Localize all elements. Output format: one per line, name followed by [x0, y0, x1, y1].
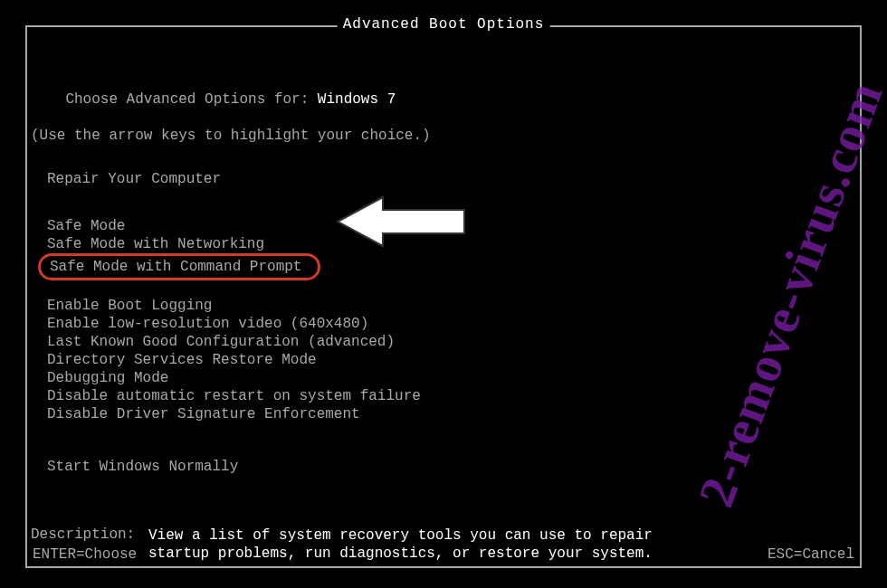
menu-item-disable-auto-restart[interactable]: Disable automatic restart on system fail… — [31, 387, 856, 405]
menu-item-low-res-video[interactable]: Enable low-resolution video (640x480) — [31, 315, 856, 333]
content: Choose Advanced Options for: Windows 7 (… — [31, 72, 856, 563]
menu-item-enable-boot-logging[interactable]: Enable Boot Logging — [31, 297, 856, 315]
description-line1: View a list of system recovery tools you… — [148, 527, 653, 544]
highlight-callout: Safe Mode with Command Prompt — [38, 253, 320, 280]
menu-item-disable-driver-sig[interactable]: Disable Driver Signature Enforcement — [31, 405, 856, 423]
option-group-4: Start Windows Normally — [31, 458, 856, 476]
menu-item-safe-mode-command-prompt[interactable]: Safe Mode with Command Prompt — [31, 253, 856, 280]
intro-line1-prefix: Choose Advanced Options for: — [65, 91, 317, 108]
option-group-3: Enable Boot Logging Enable low-resolutio… — [31, 297, 856, 423]
menu-item-safe-mode[interactable]: Safe Mode — [31, 217, 856, 235]
menu-item-safe-mode-command-prompt-label: Safe Mode with Command Prompt — [50, 259, 301, 275]
menu-item-start-windows-normally[interactable]: Start Windows Normally — [31, 458, 856, 476]
menu-item-last-known-good[interactable]: Last Known Good Configuration (advanced) — [31, 333, 856, 351]
page-title-text: Advanced Boot Options — [343, 16, 545, 33]
intro-line1: Choose Advanced Options for: Windows 7 — [31, 72, 856, 127]
menu-item-debugging-mode[interactable]: Debugging Mode — [31, 369, 856, 387]
footer-enter-hint: ENTER=Choose — [33, 546, 137, 563]
footer-esc-hint: ESC=Cancel — [768, 546, 854, 563]
option-group-2: Safe Mode Safe Mode with Networking Safe… — [31, 217, 856, 280]
intro-line2: (Use the arrow keys to highlight your ch… — [31, 127, 856, 145]
intro-os-name: Windows 7 — [318, 91, 396, 108]
menu-item-ds-restore-mode[interactable]: Directory Services Restore Mode — [31, 351, 856, 369]
footer: ENTER=Choose ESC=Cancel — [33, 546, 854, 563]
option-group-1: Repair Your Computer — [31, 170, 856, 188]
menu-item-repair-your-computer[interactable]: Repair Your Computer — [31, 170, 856, 188]
menu-item-safe-mode-networking[interactable]: Safe Mode with Networking — [31, 235, 856, 253]
page-title: Advanced Boot Options — [338, 16, 550, 33]
